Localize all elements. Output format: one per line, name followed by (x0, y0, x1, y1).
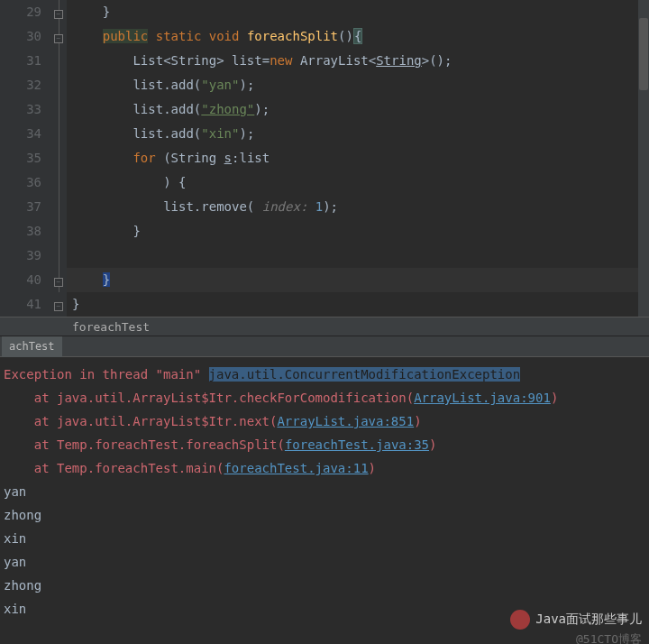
string-literal: "zhong" (201, 102, 254, 116)
watermark-attribution: @51CTO博客 (576, 631, 642, 644)
keyword-for: for (133, 151, 155, 165)
code-token: ) { (163, 175, 186, 189)
stacktrace-text: at java.util.ArrayList$Itr.checkForComod… (4, 391, 414, 405)
code-token: String (376, 53, 422, 68)
line-number: 34 (0, 122, 41, 146)
brace-selected: } (103, 272, 110, 287)
line-number: 32 (0, 73, 41, 97)
code-token: ); (239, 78, 254, 92)
keyword-void: void (209, 29, 240, 43)
scrollbar-thumb[interactable] (639, 18, 648, 90)
stacktrace-text: ) (551, 391, 558, 405)
code-token: ); (239, 126, 254, 141)
stdout-line: yan (4, 484, 26, 499)
line-number: 30 (0, 24, 41, 49)
code-token: ); (254, 102, 270, 116)
fold-collapse-icon[interactable]: − (54, 34, 63, 43)
stacktrace-link[interactable]: foreachTest.java:11 (224, 461, 368, 475)
stacktrace-text: ) (414, 414, 421, 428)
stdout-line: zhong (4, 508, 41, 522)
line-number: 41 (0, 292, 41, 317)
fold-end-icon[interactable]: − (54, 278, 63, 287)
line-number: 38 (0, 219, 41, 244)
watermark: Java面试那些事儿 @51CTO博客 (510, 610, 642, 644)
wechat-icon (510, 610, 530, 630)
stacktrace-text: at Temp.foreachTest.foreachSplit( (4, 437, 285, 452)
code-token: >(); (422, 53, 452, 68)
line-number-gutter: 29 30 31 32 33 34 35 36 37 38 39 40 41 (0, 0, 50, 317)
stdout-line: xin (4, 531, 26, 546)
stacktrace-text: at java.util.ArrayList$Itr.next( (4, 414, 277, 428)
code-token: ArrayList< (292, 53, 376, 68)
breadcrumb[interactable]: foreachTest (0, 317, 649, 336)
line-number: 40 (0, 268, 41, 292)
console-tab-bar: achTest (0, 336, 649, 357)
line-number: 33 (0, 97, 41, 122)
code-token: list.add( (133, 126, 201, 141)
keyword-public: public (103, 29, 149, 43)
method-name: foreachSplit (247, 29, 338, 43)
stacktrace-link[interactable]: foreachTest.java:35 (285, 437, 429, 452)
stdout-line: zhong (4, 578, 41, 593)
fold-column: − − − − (50, 0, 67, 317)
line-number: 39 (0, 244, 41, 268)
stdout-line: yan (4, 555, 26, 569)
stacktrace-text: ) (429, 437, 436, 452)
stdout-line: xin (4, 602, 26, 616)
code-token: } (133, 224, 140, 238)
code-token: } (72, 297, 79, 311)
code-token: ); (323, 199, 338, 214)
code-content[interactable]: } public static void foreachSplit(){ Lis… (67, 0, 649, 317)
stacktrace-text: ) (369, 461, 376, 475)
line-number: 29 (0, 0, 41, 24)
watermark-text: Java面试那些事儿 (535, 612, 642, 628)
keyword-static: static (156, 29, 202, 43)
keyword-new: new (270, 53, 292, 68)
stacktrace-text: at Temp.foreachTest.main( (4, 461, 224, 475)
code-token: :list (232, 151, 270, 165)
code-token: list.remove( (163, 199, 262, 214)
line-number: 35 (0, 146, 41, 170)
stacktrace-link[interactable]: ArrayList.java:901 (414, 391, 551, 405)
vertical-scrollbar[interactable] (638, 0, 649, 317)
fold-collapse-icon[interactable]: − (54, 10, 63, 19)
number-literal: 1 (315, 199, 323, 214)
parameter-hint: index: (262, 199, 315, 214)
variable: s (224, 151, 232, 165)
code-token: List<String> list= (133, 53, 270, 68)
code-editor[interactable]: 29 30 31 32 33 34 35 36 37 38 39 40 41 −… (0, 0, 649, 317)
exception-text: Exception in thread "main" (4, 367, 209, 382)
code-token: (String (156, 151, 224, 165)
code-token: () (338, 29, 353, 43)
console-output[interactable]: Exception in thread "main" java.util.Con… (0, 357, 649, 644)
stacktrace-link[interactable]: ArrayList.java:851 (277, 414, 414, 428)
line-number: 31 (0, 49, 41, 73)
line-number: 37 (0, 195, 41, 219)
console-tab[interactable]: achTest (2, 336, 62, 357)
string-literal: "yan" (201, 78, 239, 92)
code-token: list.add( (133, 102, 201, 116)
brace-match: { (353, 28, 362, 44)
exception-class: java.util.ConcurrentModificationExceptio… (209, 367, 521, 382)
line-number: 36 (0, 170, 41, 195)
code-token: list.add( (133, 78, 201, 92)
string-literal: "xin" (201, 126, 239, 141)
code-token: } (103, 5, 110, 19)
fold-end-icon[interactable]: − (54, 302, 63, 311)
